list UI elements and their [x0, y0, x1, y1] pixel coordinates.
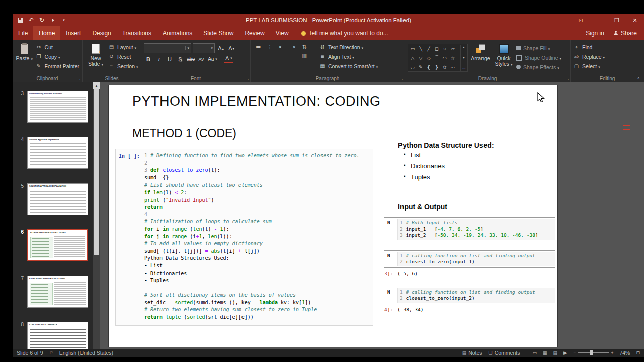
shape-icon[interactable]: ❴ — [425, 63, 433, 71]
fit-to-window-icon[interactable]: ⊡ — [636, 350, 640, 355]
shape-icon[interactable]: ▽ — [417, 54, 425, 62]
paragraph-format-icon[interactable]: ⇅ — [299, 44, 309, 50]
ribbon-tab[interactable]: File — [13, 26, 33, 40]
font-dialog-launcher-icon[interactable] — [247, 77, 249, 81]
data-structures-heading[interactable]: Python Data Structure Used: — [398, 141, 494, 149]
thumbnail-preview[interactable]: CONCLUSION & COMMENTS — [27, 322, 88, 349]
scrollbar-thumb[interactable] — [94, 89, 99, 255]
thumbnail-preview[interactable]: PYTHON IMPLEMENTATION: CODING — [27, 276, 88, 308]
shape-icon[interactable]: ⋯ — [449, 63, 457, 71]
ribbon-tab[interactable]: Slide Show — [198, 26, 239, 40]
strikethrough-button[interactable]: abc — [186, 55, 195, 63]
paragraph-format-icon[interactable]: ⇤ — [276, 44, 286, 50]
reading-view-icon[interactable]: ▤ — [553, 350, 557, 355]
restore-icon[interactable]: ❐ — [608, 14, 626, 26]
shape-icon[interactable]: △ — [409, 54, 417, 62]
thumbnail-preview[interactable]: Solution Approach Explanation — [27, 137, 88, 169]
save-icon[interactable] — [18, 18, 23, 23]
ribbon-tab[interactable]: Transitions — [117, 26, 157, 40]
ribbon-tab[interactable]: Design — [87, 26, 116, 40]
alignment-icon[interactable]: ≡ — [265, 53, 275, 59]
comments-button[interactable]: ❏ Comments — [489, 350, 520, 356]
shape-icon[interactable]: ✩ — [441, 63, 449, 71]
paste-button[interactable]: Paste — [15, 42, 34, 75]
change-case-button[interactable]: Aa — [207, 55, 218, 63]
reset-button[interactable]: ↺ Reset — [108, 52, 138, 61]
spell-check-icon[interactable]: ⚐ — [49, 350, 53, 355]
redo-icon[interactable]: ↻ — [39, 17, 44, 24]
character-spacing-button[interactable]: AV — [197, 55, 206, 63]
slide-sorter-view-icon[interactable]: ▦ — [543, 350, 547, 355]
paragraph-dialog-launcher-icon[interactable] — [401, 77, 403, 81]
select-button[interactable]: ▢ Select — [573, 62, 605, 70]
shape-outline-button[interactable]: Shape Outline — [516, 53, 561, 62]
italic-button[interactable]: I — [154, 55, 164, 63]
ribbon-tab[interactable]: Review — [239, 26, 270, 40]
thumbnail-scrollbar[interactable]: ▲ — [93, 82, 100, 349]
slide-counter[interactable]: Slide 6 of 9 — [17, 350, 43, 356]
slide-thumbnail[interactable]: 5 SOLUTION APPROACH EXPLANATION — [18, 183, 93, 215]
shape-icon[interactable]: ◇ — [425, 54, 433, 62]
shape-icon[interactable]: ▭ — [409, 45, 417, 52]
collapse-ribbon-icon[interactable]: ∧ — [637, 76, 640, 80]
ribbon-tab[interactable]: View — [270, 26, 294, 40]
text-direction-button[interactable]: ⇵ Text Direction — [319, 43, 378, 51]
paragraph-format-icon[interactable]: ⋮ — [265, 44, 275, 50]
close-icon[interactable]: ✕ — [626, 14, 644, 26]
convert-to-smartart-button[interactable]: ▦ Convert to SmartArt — [319, 62, 378, 70]
font-color-button[interactable]: A — [224, 55, 233, 63]
shape-icon[interactable]: ○ — [441, 45, 449, 52]
slide-thumbnail[interactable]: 7 PYTHON IMPLEMENTATION: CODING — [18, 276, 93, 308]
code-screenshot-block[interactable]: In [ ]: 1 # Defining function to find tw… — [115, 149, 373, 326]
zoom-percentage[interactable]: 74% — [619, 350, 630, 356]
paragraph-format-icon[interactable]: ≔ — [253, 44, 263, 50]
shape-icon[interactable]: ❵ — [433, 63, 441, 71]
input-output-heading[interactable]: Input & Output — [398, 203, 447, 211]
increase-font-size-button[interactable]: A▴ — [216, 44, 225, 53]
alignment-icon[interactable]: ≡ — [253, 53, 263, 59]
ribbon-tab[interactable]: Home — [33, 26, 60, 40]
slide-subtitle[interactable]: METHOD 1 (CODE) — [132, 127, 236, 140]
ribbon-display-options-icon[interactable]: ⊡ — [572, 14, 590, 26]
shape-icon[interactable]: ◠ — [441, 54, 449, 62]
decrease-font-size-button[interactable]: A▾ — [227, 44, 236, 53]
shape-icon[interactable]: ⌒ — [433, 54, 441, 62]
replace-button[interactable]: ab Replace — [573, 52, 605, 61]
arrange-button[interactable]: Arrange — [470, 42, 491, 75]
section-button[interactable]: ≡ Section — [108, 62, 138, 70]
thumbnail-preview[interactable]: PYTHON IMPLEMENTATION: CODING — [27, 229, 88, 261]
notebook-cells-block[interactable]: N 1 # Both Input lists2 input_1 = [-4, 7… — [384, 217, 555, 317]
font-size-dropdown-icon[interactable]: ▾ — [209, 46, 213, 50]
format-painter-button[interactable]: ✎ Format Painter — [36, 62, 79, 70]
sign-in-button[interactable]: Sign in — [586, 30, 604, 37]
tell-me-box[interactable]: Tell me what you want to do... — [301, 30, 388, 37]
start-slideshow-icon[interactable] — [50, 18, 57, 23]
shape-icon[interactable]: ✎ — [417, 63, 425, 71]
shape-effects-button[interactable]: Shape Effects — [516, 63, 561, 71]
minimize-icon[interactable]: – — [590, 14, 608, 26]
normal-view-icon[interactable]: ▭ — [532, 350, 537, 355]
shapes-more-icon[interactable]: ⋯ — [462, 66, 465, 70]
shapes-scroll-down-icon[interactable]: ▼ — [462, 56, 465, 59]
paragraph-format-icon[interactable]: ⇥ — [288, 44, 298, 50]
align-text-button[interactable]: ≡ Align Text — [319, 52, 378, 61]
zoom-out-icon[interactable]: − — [573, 350, 576, 355]
shape-icon[interactable]: ◻ — [433, 45, 441, 52]
shape-icon[interactable]: ╱ — [425, 45, 433, 52]
shape-icon[interactable]: ☆ — [449, 54, 457, 62]
zoom-slider-thumb[interactable] — [590, 350, 593, 355]
ribbon-tab[interactable]: Animations — [157, 26, 198, 40]
scrollbar-up-icon[interactable]: ▲ — [93, 82, 100, 89]
alignment-icon[interactable]: ≡ — [276, 53, 286, 59]
slide-title[interactable]: PYTHON IMPLEMENTATION: CODING — [132, 94, 381, 109]
shape-icon[interactable]: ▱ — [449, 45, 457, 52]
slide-thumbnail[interactable]: 8 CONCLUSION & COMMENTS — [18, 322, 93, 349]
zoom-slider[interactable] — [578, 352, 609, 353]
slideshow-view-icon[interactable]: ▶ — [564, 350, 567, 355]
alignment-icon[interactable]: ▥ — [299, 52, 309, 59]
quick-styles-button[interactable]: Quick Styles — [493, 42, 514, 75]
underline-button[interactable]: U — [165, 55, 174, 63]
font-name-dropdown-icon[interactable]: ▾ — [185, 46, 189, 50]
notes-button[interactable]: ▤ Notes — [462, 350, 482, 356]
shape-icon[interactable]: ╲ — [417, 45, 425, 52]
